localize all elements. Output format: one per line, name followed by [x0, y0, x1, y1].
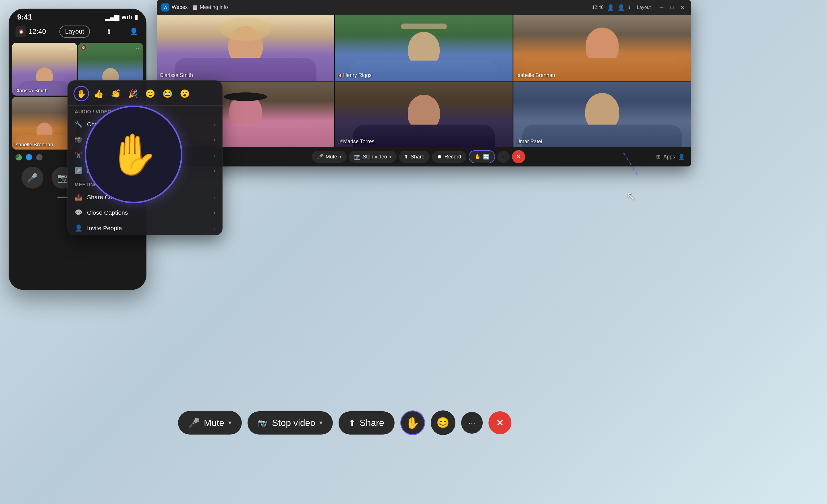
- scissors-icon: ✂️: [75, 152, 83, 159]
- phone-webex-time: 12:40: [29, 28, 46, 36]
- desktop-end-button[interactable]: ✕: [512, 150, 525, 163]
- share-icon-toolbar: ⬆: [404, 154, 408, 160]
- phone-people-button[interactable]: 👤: [128, 26, 140, 37]
- layout-label[interactable]: Layout: [637, 5, 651, 10]
- phone-status-icons: ▂▄▆ wifi ▮: [105, 13, 138, 21]
- move-icon: ↗️: [75, 167, 83, 174]
- henry-menu-dots[interactable]: ···: [136, 45, 141, 51]
- desktop-reactions-button[interactable]: ✋ 🔄: [469, 150, 495, 163]
- wifi-icon: wifi: [121, 13, 132, 21]
- meeting-info-label: Meeting info: [200, 4, 228, 10]
- webex-title: Webex: [172, 4, 188, 10]
- big-reaction-button[interactable]: 😊: [431, 410, 455, 435]
- desktop-cell-henry: 🔇 Henry Riggs: [335, 15, 513, 81]
- big-share-icon: ⬆: [349, 418, 355, 427]
- apps-icon[interactable]: ⊞: [656, 154, 661, 160]
- people-icon-toolbar[interactable]: 👤: [678, 153, 685, 160]
- avatar-icon-1: 👤: [607, 4, 614, 11]
- battery-icon: ▮: [134, 13, 138, 21]
- invite-icon: 👤: [75, 224, 83, 232]
- big-video-chevron: ▾: [319, 419, 323, 426]
- henry-desktop-label: Henry Riggs: [343, 72, 372, 79]
- stop-video-chevron: ▾: [389, 154, 391, 159]
- captions-icon: 💬: [75, 209, 83, 216]
- desktop-cell-umar: Umar Patel: [514, 82, 691, 147]
- titlebar-time: 12:40: [592, 5, 603, 10]
- meeting-info-button[interactable]: 📋 Meeting info: [192, 4, 228, 11]
- avatar-icon-2: 👤: [618, 4, 625, 11]
- phone-notch: [57, 9, 98, 18]
- meeting-info-icon: 📋: [192, 4, 198, 11]
- audio-icon: 🔧: [75, 120, 83, 128]
- mute-icon: 🎤: [317, 154, 323, 160]
- big-more-button[interactable]: ···: [461, 412, 483, 434]
- arrow-icon-3: ›: [214, 152, 215, 158]
- desktop-mute-button[interactable]: 🎤 Mute ▾: [312, 151, 347, 163]
- reactions-hand-icon: ✋: [474, 154, 481, 160]
- arrow-icon-6: ›: [214, 210, 215, 216]
- webex-logo: W Webex: [161, 3, 188, 11]
- share-icon: 📤: [75, 194, 83, 201]
- emoji-reaction-bar: ✋ 👍 👏 🎉 😊 😂 😮: [68, 81, 222, 106]
- emoji-surprised[interactable]: 😮: [177, 86, 192, 101]
- desktop-more-button[interactable]: ···: [497, 151, 510, 163]
- phone-info-button[interactable]: ℹ: [103, 26, 114, 37]
- big-stop-video-button[interactable]: 📷 Stop video ▾: [247, 411, 333, 435]
- phone-layout-button[interactable]: Layout: [59, 26, 90, 38]
- menu-invite-people[interactable]: 👤 Invite People ›: [68, 220, 222, 235]
- big-mute-icon: 🎤: [188, 417, 200, 428]
- share-label: Share: [410, 154, 425, 160]
- marise-desktop-label: Marise Torres: [343, 139, 375, 145]
- stop-video-icon: 📷: [354, 154, 360, 160]
- emoji-party[interactable]: 🎉: [125, 86, 141, 101]
- record-label: Record: [444, 154, 461, 160]
- cursor-pointer: ↖: [626, 190, 636, 203]
- big-hand-emoji: ✋: [405, 416, 420, 430]
- end-call-icon: ✕: [516, 153, 521, 160]
- more-dots-label: ···: [501, 154, 506, 160]
- isabelle-desktop-label: Isabelle Brennan: [516, 72, 555, 79]
- desktop-stop-video-button[interactable]: 📷 Stop video ▾: [349, 151, 397, 163]
- webex-time-icon: ⏰: [15, 26, 27, 37]
- arrow-icon-2: ›: [214, 137, 215, 143]
- arrow-icon-4: ›: [214, 168, 215, 174]
- minimize-button[interactable]: ─: [658, 3, 666, 11]
- big-mute-button[interactable]: 🎤 Mute ▾: [178, 411, 242, 435]
- emoji-thumbsup[interactable]: 👍: [91, 86, 106, 101]
- desktop-share-button[interactable]: ⬆ Share: [399, 151, 430, 163]
- emoji-laugh[interactable]: 😂: [160, 86, 175, 101]
- henry-desktop-mute: 🔇: [337, 73, 343, 79]
- window-btn-group: ─ □ ✕: [658, 3, 686, 11]
- big-end-button[interactable]: ✕: [488, 411, 512, 434]
- titlebar-right: 12:40 👤 👤 ℹ Layout ─ □ ✕: [592, 3, 686, 11]
- emoji-hand-selected[interactable]: ✋: [74, 86, 89, 101]
- menu-close-captions[interactable]: 💬 Close Captions ›: [68, 205, 222, 220]
- mute-label: Mute: [326, 154, 337, 160]
- maximize-button[interactable]: □: [668, 3, 676, 11]
- hand-emoji-large: ✋: [108, 131, 159, 178]
- emoji-clap[interactable]: 👏: [108, 86, 124, 101]
- signal-icon: ▂▄▆: [105, 13, 119, 21]
- big-end-icon: ✕: [496, 417, 504, 429]
- window-controls: Layout: [637, 5, 651, 10]
- close-button[interactable]: ✕: [678, 3, 686, 11]
- reactions-cycle-icon: 🔄: [483, 154, 489, 160]
- apps-label: Apps: [663, 154, 675, 160]
- bottom-controls: 🎤 Mute ▾ 📷 Stop video ▾ ⬆ Share ✋ 😊 ··· …: [178, 410, 512, 435]
- hand-reaction-circle: ✋: [85, 106, 182, 203]
- camera-icon: 📸: [75, 136, 83, 144]
- phone-mute-button[interactable]: 🎤: [21, 167, 43, 189]
- big-stop-video-label: Stop video: [272, 418, 315, 428]
- arrow-icon-7: ›: [214, 225, 215, 231]
- phone-time: 9:41: [17, 13, 32, 21]
- indicator-green: [15, 154, 22, 160]
- toolbar-center-items: 🎤 Mute ▾ 📷 Stop video ▾ ⬆ Share ⏺ Record…: [312, 150, 525, 163]
- desktop-titlebar: W Webex 📋 Meeting info 12:40 👤 👤 ℹ Layou…: [157, 0, 691, 15]
- big-share-label: Share: [359, 418, 384, 428]
- big-hand-button[interactable]: ✋: [400, 410, 425, 435]
- titlebar-left: W Webex 📋 Meeting info: [161, 3, 228, 11]
- desktop-record-button[interactable]: ⏺ Record: [432, 151, 466, 163]
- big-share-button[interactable]: ⬆ Share: [339, 411, 394, 435]
- emoji-smile[interactable]: 😊: [142, 86, 158, 101]
- clarissa-menu-dots[interactable]: ···: [70, 45, 75, 51]
